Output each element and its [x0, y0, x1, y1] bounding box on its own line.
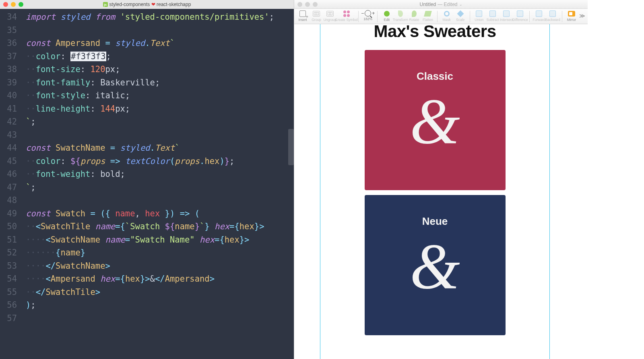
- line-number: 50: [0, 220, 26, 233]
- code-line[interactable]: 46··font-weight: bold;: [0, 168, 294, 181]
- line-number: 55: [0, 286, 26, 299]
- code-line[interactable]: 56);: [0, 299, 294, 312]
- toolbar-intersect-button: Intersect: [500, 10, 512, 22]
- code-line[interactable]: 41··line-height: 144px;: [0, 102, 294, 116]
- zoom-in-button[interactable]: +: [372, 10, 375, 16]
- code-content[interactable]: ····<SwatchName name="Swatch Name" hex={…: [26, 233, 294, 247]
- editor-titlebar[interactable]: js styled-components ❤ react-sketchapp: [0, 0, 294, 9]
- code-line[interactable]: 37··color: #f3f3f3;: [0, 50, 294, 63]
- toolbar-scale-button: Scale: [454, 10, 466, 22]
- ampersand-glyph: &: [410, 86, 460, 157]
- code-line[interactable]: 44const SwatchName = styled.Text`: [0, 141, 294, 155]
- line-number: 36: [0, 37, 26, 50]
- code-line[interactable]: 49const Swatch = ({ name, hex }) => (: [0, 207, 294, 220]
- insert-icon: [298, 10, 307, 17]
- code-content[interactable]: ··color: #f3f3f3;: [26, 50, 294, 63]
- code-line[interactable]: 42`;: [0, 115, 294, 129]
- toolbar-union-button: Union: [473, 10, 485, 22]
- code-line[interactable]: 48: [0, 194, 294, 207]
- code-area[interactable]: 34import styled from 'styled-components/…: [0, 9, 294, 359]
- window-controls: [0, 2, 23, 7]
- code-line[interactable]: 40··font-style: italic;: [0, 89, 294, 102]
- code-content[interactable]: ··font-style: italic;: [26, 89, 294, 102]
- toolbar-mirror-button[interactable]: Mirror: [566, 10, 578, 22]
- code-line[interactable]: 45··color: ${props => textColor(props.he…: [0, 155, 294, 168]
- toolbar-edit-button[interactable]: Edit: [381, 10, 393, 22]
- code-line[interactable]: 50··<SwatchTile name={`Swatch ${name}`} …: [0, 220, 294, 233]
- code-line[interactable]: 35: [0, 24, 294, 37]
- code-line[interactable]: 36const Ampersand = styled.Text`: [0, 37, 294, 50]
- line-number: 53: [0, 259, 26, 273]
- zoom-window-button[interactable]: [19, 2, 23, 7]
- code-content[interactable]: ··color: ${props => textColor(props.hex)…: [26, 155, 294, 168]
- file-type-icon: js: [103, 2, 108, 7]
- toolbar-flatten-button: Flatten: [422, 10, 434, 22]
- line-number: 51: [0, 233, 26, 247]
- sketch-canvas[interactable]: Max's Sweaters Classic & Neue &: [294, 24, 588, 359]
- toolbar-overflow-button[interactable]: ≫: [579, 10, 585, 19]
- close-window-button[interactable]: [3, 2, 8, 7]
- toolbar-create-symbol-button: Create Symbol: [338, 10, 355, 22]
- swatch-classic[interactable]: Classic &: [365, 50, 506, 190]
- backward-icon: [548, 10, 557, 17]
- artboard-title[interactable]: Max's Sweaters: [374, 24, 496, 41]
- magnifier-icon: [365, 10, 371, 17]
- code-content[interactable]: [26, 129, 294, 142]
- swatch-neue[interactable]: Neue &: [365, 195, 506, 335]
- toolbar-label: Backward: [545, 18, 560, 22]
- line-number: 45: [0, 155, 26, 168]
- toolbar-label: Intersect: [500, 18, 513, 22]
- code-content[interactable]: ··font-family: Baskerville;: [26, 76, 294, 89]
- code-line[interactable]: 57: [0, 312, 294, 325]
- code-content[interactable]: import styled from 'styled-components/pr…: [26, 10, 294, 24]
- code-line[interactable]: 51····<SwatchName name="Swatch Name" hex…: [0, 233, 294, 247]
- sketch-title[interactable]: Untitled — Edited ⌄: [419, 2, 462, 7]
- code-line[interactable]: 39··font-family: Baskerville;: [0, 76, 294, 89]
- code-content[interactable]: ····</SwatchName>: [26, 259, 294, 273]
- line-number: 57: [0, 312, 26, 325]
- code-line[interactable]: 55··</SwatchTile>: [0, 286, 294, 299]
- zoom-out-button[interactable]: −: [361, 10, 364, 16]
- line-number: 44: [0, 141, 26, 155]
- code-content[interactable]: [26, 194, 294, 207]
- code-content[interactable]: [26, 312, 294, 325]
- chevron-down-icon: ⌄: [459, 2, 462, 6]
- code-line[interactable]: 34import styled from 'styled-components/…: [0, 10, 294, 24]
- code-content[interactable]: ··font-weight: bold;: [26, 168, 294, 181]
- editor-scrollbar-thumb[interactable]: [288, 129, 294, 165]
- code-content[interactable]: ····<Ampersand hex={hex}>&</Ampersand>: [26, 272, 294, 286]
- toolbar-label: Scale: [456, 18, 464, 22]
- toolbar-insert-button[interactable]: Insert: [297, 10, 309, 22]
- toolbar-label: Flatten: [423, 18, 433, 22]
- code-content[interactable]: `;: [26, 181, 294, 194]
- toolbar-rotate-button: Rotate: [408, 10, 420, 22]
- sketch-titlebar[interactable]: Untitled — Edited ⌄: [294, 0, 588, 9]
- scale-icon: [456, 10, 465, 17]
- code-content[interactable]: ··</SwatchTile>: [26, 286, 294, 299]
- line-number: 52: [0, 246, 26, 259]
- editor-title: styled-components ❤ react-sketchapp: [109, 2, 191, 7]
- code-content[interactable]: `;: [26, 115, 294, 129]
- code-line[interactable]: 54····<Ampersand hex={hex}>&</Ampersand>: [0, 272, 294, 286]
- code-content[interactable]: ··line-height: 144px;: [26, 102, 294, 116]
- code-line[interactable]: 43: [0, 129, 294, 142]
- code-line[interactable]: 52······{name}: [0, 246, 294, 259]
- line-number: 46: [0, 168, 26, 181]
- code-content[interactable]: const Ampersand = styled.Text`: [26, 37, 294, 50]
- code-content[interactable]: ······{name}: [26, 246, 294, 259]
- zoom-control[interactable]: −+182%: [362, 10, 374, 21]
- artboard[interactable]: Max's Sweaters Classic & Neue &: [320, 24, 550, 340]
- code-content[interactable]: ··<SwatchTile name={`Swatch ${name}`} he…: [26, 220, 294, 233]
- code-content[interactable]: );: [26, 299, 294, 312]
- code-content[interactable]: [26, 24, 294, 37]
- rotate-icon: [410, 10, 419, 17]
- code-line[interactable]: 53····</SwatchName>: [0, 259, 294, 273]
- minimize-window-button[interactable]: [11, 2, 16, 7]
- subtract-icon: [488, 10, 497, 17]
- code-content[interactable]: const Swatch = ({ name, hex }) => (: [26, 207, 294, 220]
- line-number: 56: [0, 299, 26, 312]
- code-line[interactable]: 38··font-size: 120px;: [0, 63, 294, 76]
- code-line[interactable]: 47`;: [0, 181, 294, 194]
- code-content[interactable]: const SwatchName = styled.Text`: [26, 141, 294, 155]
- code-content[interactable]: ··font-size: 120px;: [26, 63, 294, 76]
